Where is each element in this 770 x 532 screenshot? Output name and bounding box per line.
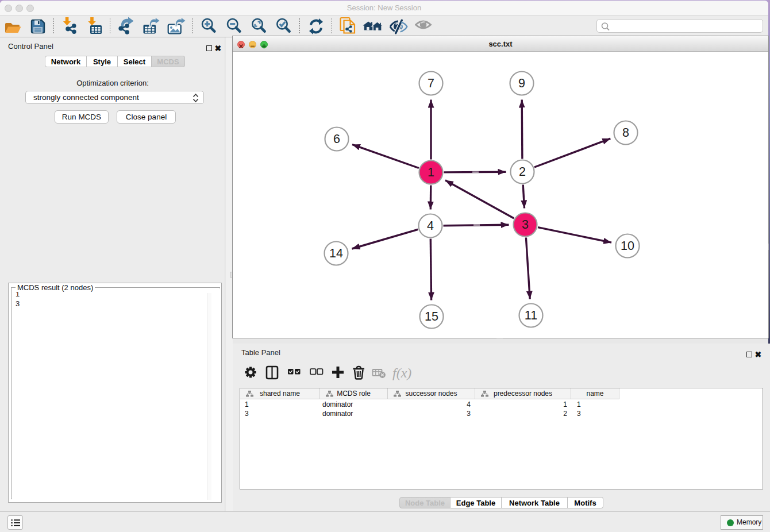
svg-text:6: 6 [333,132,340,146]
svg-text:11: 11 [525,309,537,322]
svg-text:3: 3 [522,218,529,232]
svg-text:7: 7 [428,76,434,90]
svg-text:8: 8 [622,126,629,140]
svg-text:f(x): f(x) [392,365,411,380]
svg-text:4: 4 [427,219,434,233]
svg-text:15: 15 [425,310,438,323]
svg-text:9: 9 [518,76,525,90]
svg-text:2: 2 [519,165,526,179]
svg-text:1: 1 [428,165,434,179]
svg-text:10: 10 [621,239,634,253]
svg-text:14: 14 [329,246,343,260]
